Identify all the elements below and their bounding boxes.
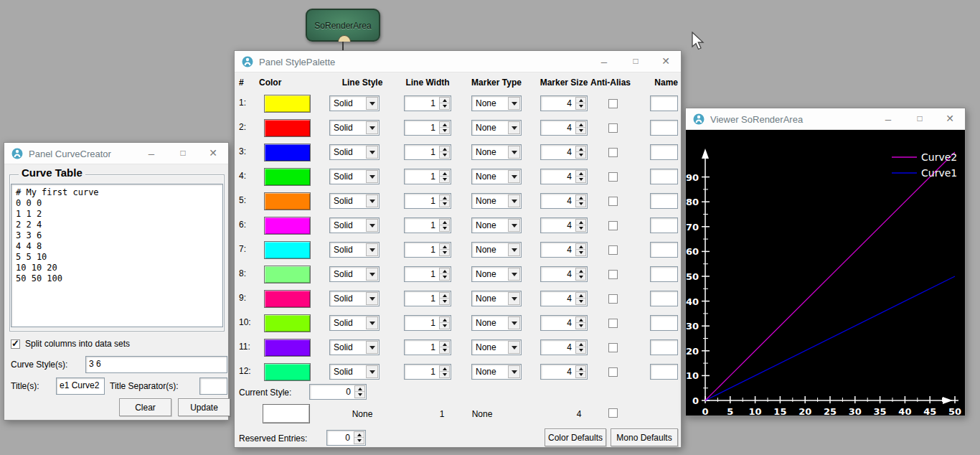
curve-table-textarea[interactable]: # My first curve 0 0 0 1 1 2 2 2 4 3 3 6… [11, 184, 223, 327]
line-width-spinbox[interactable]: 1 [404, 339, 451, 355]
anti-alias-checkbox[interactable] [608, 221, 618, 230]
marker-type-select[interactable]: None [471, 339, 522, 355]
spin-down-icon[interactable] [576, 347, 585, 353]
marker-type-select[interactable]: None [471, 266, 522, 282]
spin-down-icon[interactable] [440, 299, 449, 304]
dropdown-arrow-icon[interactable] [366, 365, 378, 378]
line-style-select[interactable]: Solid [329, 291, 380, 306]
spin-down-icon[interactable] [576, 152, 585, 158]
spin-down-icon[interactable] [440, 372, 449, 377]
current-style-color-swatch[interactable] [263, 404, 310, 423]
spin-down-icon[interactable] [440, 274, 449, 280]
dropdown-arrow-icon[interactable] [508, 292, 520, 305]
anti-alias-checkbox[interactable] [608, 294, 618, 304]
curve-creator-titlebar[interactable]: Panel CurveCreator – □ ✕ [4, 143, 228, 164]
spin-down-icon[interactable] [440, 250, 449, 255]
viewer-canvas[interactable]: 051015202530354045500102030405060708090C… [686, 130, 965, 416]
spin-down-icon[interactable] [576, 372, 585, 377]
spin-down-icon[interactable] [576, 103, 585, 109]
name-field[interactable] [650, 266, 678, 282]
line-style-select[interactable]: Solid [329, 242, 380, 258]
spin-up-icon[interactable] [440, 98, 449, 103]
spin-up-icon[interactable] [440, 220, 449, 225]
color-swatch-button[interactable] [264, 95, 311, 113]
line-style-select[interactable]: Solid [329, 144, 380, 160]
maximize-icon[interactable]: □ [625, 51, 646, 72]
line-width-spinbox[interactable]: 1 [404, 266, 451, 282]
spin-up-icon[interactable] [440, 317, 449, 323]
color-swatch-button[interactable] [264, 192, 311, 210]
anti-alias-checkbox[interactable] [608, 270, 618, 279]
name-field[interactable] [650, 217, 678, 233]
spin-up-icon[interactable] [576, 366, 585, 372]
title-separator-input[interactable] [199, 377, 227, 395]
dropdown-arrow-icon[interactable] [508, 194, 520, 207]
dropdown-arrow-icon[interactable] [508, 243, 520, 256]
line-style-select[interactable]: Solid [329, 193, 380, 209]
minimize-icon[interactable]: – [141, 143, 162, 164]
dropdown-arrow-icon[interactable] [366, 219, 378, 232]
spin-up-icon[interactable] [440, 122, 449, 128]
dropdown-arrow-icon[interactable] [366, 316, 378, 329]
spin-up-icon[interactable] [576, 146, 585, 152]
spin-up-icon[interactable] [576, 317, 585, 323]
dropdown-arrow-icon[interactable] [508, 170, 520, 183]
name-field[interactable] [650, 291, 678, 306]
split-columns-checkbox[interactable] [11, 339, 20, 349]
marker-type-select[interactable]: None [471, 193, 522, 209]
name-field[interactable] [650, 364, 678, 380]
anti-alias-checkbox[interactable] [608, 123, 618, 133]
spin-up-icon[interactable] [440, 268, 449, 274]
color-swatch-button[interactable] [264, 168, 311, 186]
spin-down-icon[interactable] [440, 103, 449, 109]
dropdown-arrow-icon[interactable] [508, 316, 520, 329]
spin-up-icon[interactable] [440, 293, 449, 299]
dropdown-arrow-icon[interactable] [508, 365, 520, 378]
dropdown-arrow-icon[interactable] [508, 341, 520, 354]
color-swatch-button[interactable] [264, 119, 311, 137]
line-width-spinbox[interactable]: 1 [404, 364, 451, 380]
spin-up-icon[interactable] [576, 98, 585, 103]
spin-down-icon[interactable] [440, 128, 449, 133]
marker-size-spinbox[interactable]: 4 [540, 315, 588, 331]
anti-alias-checkbox[interactable] [608, 148, 618, 157]
reserved-entries-spinbox[interactable]: 0 [326, 430, 366, 446]
line-width-spinbox[interactable]: 1 [404, 169, 451, 184]
minimize-icon[interactable]: – [593, 51, 615, 72]
name-field[interactable] [650, 120, 678, 136]
line-style-select[interactable]: Solid [329, 120, 380, 136]
dropdown-arrow-icon[interactable] [508, 146, 520, 159]
marker-type-select[interactable]: None [471, 315, 522, 331]
clear-button[interactable]: Clear [119, 398, 171, 416]
dropdown-arrow-icon[interactable] [366, 292, 378, 305]
close-icon[interactable]: ✕ [939, 108, 961, 130]
spin-down-icon[interactable] [576, 128, 585, 133]
marker-type-select[interactable]: None [471, 144, 522, 160]
line-width-spinbox[interactable]: 1 [404, 193, 451, 209]
marker-size-spinbox[interactable]: 4 [540, 266, 588, 282]
spin-down-icon[interactable] [576, 299, 585, 304]
line-width-spinbox[interactable]: 1 [404, 95, 451, 111]
dropdown-arrow-icon[interactable] [366, 97, 378, 110]
spin-up-icon[interactable] [576, 195, 585, 201]
color-swatch-button[interactable] [264, 217, 311, 235]
marker-type-select[interactable]: None [471, 242, 522, 258]
anti-alias-checkbox[interactable] [608, 99, 618, 108]
node-connector[interactable] [338, 35, 351, 42]
line-width-spinbox[interactable]: 1 [404, 242, 451, 258]
color-swatch-button[interactable] [264, 290, 311, 308]
spin-up-icon[interactable] [576, 244, 585, 250]
spin-up-icon[interactable] [576, 293, 585, 299]
marker-type-select[interactable]: None [471, 217, 522, 233]
name-field[interactable] [650, 95, 678, 111]
spin-down-icon[interactable] [440, 225, 449, 231]
marker-size-spinbox[interactable]: 4 [540, 339, 588, 355]
spin-down-icon[interactable] [440, 152, 449, 158]
anti-alias-checkbox[interactable] [608, 367, 618, 377]
line-style-select[interactable]: Solid [329, 169, 380, 184]
spin-down-icon[interactable] [576, 250, 585, 255]
color-defaults-button[interactable]: Color Defaults [545, 428, 606, 446]
titles-input[interactable]: e1 Curve2 [56, 377, 105, 395]
line-width-spinbox[interactable]: 1 [404, 144, 451, 160]
color-swatch-button[interactable] [264, 363, 311, 381]
